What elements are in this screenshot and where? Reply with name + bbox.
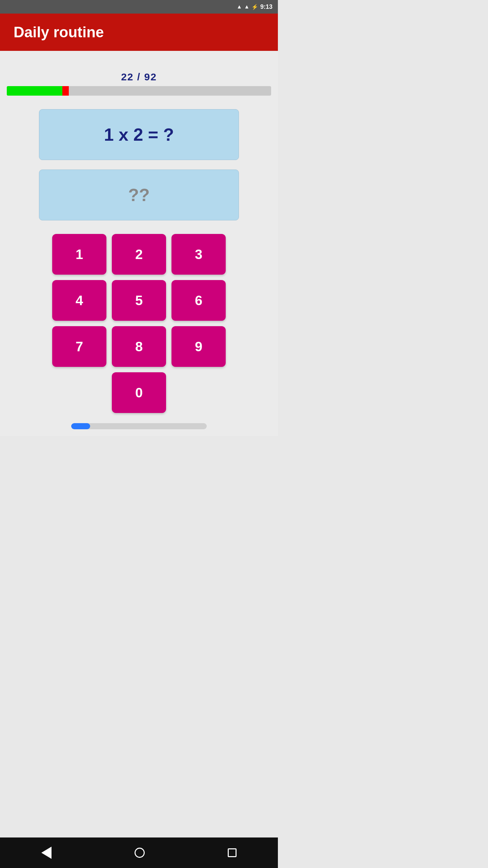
progress-bar-container: [7, 86, 271, 96]
keypad-btn-1[interactable]: 1: [52, 234, 106, 275]
app-title: Daily routine: [14, 24, 104, 41]
keypad-zero-row: 0: [112, 372, 166, 413]
keypad-btn-9[interactable]: 9: [171, 326, 226, 367]
keypad-btn-8[interactable]: 8: [112, 326, 166, 367]
main-content: 22 / 92 1 x 2 = ? ?? 1 2 3 4 5 6 7 8 9 0: [0, 51, 278, 436]
keypad-btn-3[interactable]: 3: [171, 234, 226, 275]
status-icons: ▲ ▲ ⚡ 9:13: [237, 3, 272, 11]
battery-icon: ⚡: [251, 4, 258, 10]
keypad-btn-5[interactable]: 5: [112, 280, 166, 321]
signal-icon: ▲: [244, 4, 249, 10]
timer-bar-container: [71, 423, 207, 429]
progress-label: 22 / 92: [121, 71, 157, 83]
keypad-btn-6[interactable]: 6: [171, 280, 226, 321]
keypad-btn-7[interactable]: 7: [52, 326, 106, 367]
progress-bar-green: [7, 86, 62, 96]
question-text: 1 x 2 = ?: [104, 124, 174, 145]
status-bar: ▲ ▲ ⚡ 9:13: [0, 0, 278, 14]
answer-text: ??: [128, 185, 150, 205]
question-box: 1 x 2 = ?: [39, 109, 239, 160]
status-time: 9:13: [260, 3, 272, 11]
progress-section: 22 / 92: [7, 71, 271, 96]
answer-box[interactable]: ??: [39, 170, 239, 220]
progress-bar-red: [62, 86, 69, 96]
wifi-icon: ▲: [237, 4, 242, 10]
keypad-btn-2[interactable]: 2: [112, 234, 166, 275]
app-header: Daily routine: [0, 14, 278, 51]
keypad-btn-4[interactable]: 4: [52, 280, 106, 321]
timer-bar-fill: [71, 423, 90, 429]
keypad-btn-0[interactable]: 0: [112, 372, 166, 413]
keypad: 1 2 3 4 5 6 7 8 9: [52, 234, 226, 367]
